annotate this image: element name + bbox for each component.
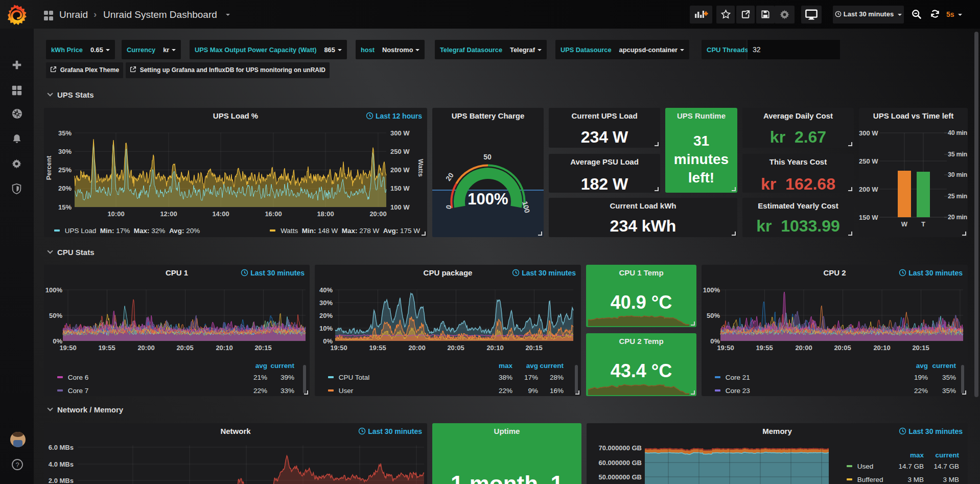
svg-text:?: ?	[15, 461, 19, 469]
